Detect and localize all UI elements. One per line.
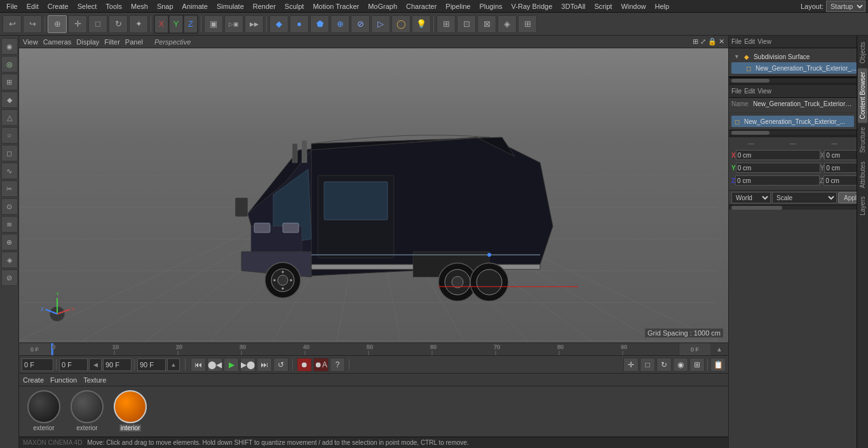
obj-item-truck[interactable]: ◻ New_Generation_Truck_Exterior_... [731, 62, 865, 74]
light-button[interactable]: 💡 [412, 15, 431, 33]
skip-to-start-button[interactable]: ⏮ [191, 358, 206, 372]
vp-menu-panel[interactable]: Panel [125, 38, 143, 46]
tab-attributes[interactable]: Attributes [858, 158, 867, 192]
scale-snap-button[interactable]: ⊠ [477, 15, 496, 33]
lt-spline[interactable]: ∿ [1, 163, 18, 179]
rotate-mode-button[interactable]: ↻ [656, 358, 672, 372]
tab-structure[interactable]: Structure [858, 123, 867, 157]
lt-mode7[interactable]: ◻ [1, 145, 18, 161]
timeline-expand[interactable]: ▲ [710, 343, 728, 356]
attr-scrollbar-h[interactable] [729, 130, 857, 135]
help-button[interactable]: ? [330, 358, 345, 372]
redo-button[interactable]: ↪ [23, 15, 42, 33]
menu-window[interactable]: Window [617, 1, 649, 11]
menu-file[interactable]: File [3, 1, 22, 11]
scale-select[interactable]: Scale [772, 192, 837, 203]
y-axis-button[interactable]: Y [169, 15, 183, 33]
lt-magnet[interactable]: ⊙ [1, 198, 18, 215]
start-frame-input[interactable] [59, 358, 88, 371]
menu-vray[interactable]: V-Ray Bridge [508, 1, 557, 11]
menu-plugins[interactable]: Plugins [475, 1, 506, 11]
mat-menu-function[interactable]: Function [50, 376, 77, 384]
menu-motion-tracker[interactable]: Motion Tracker [309, 1, 363, 11]
cube-button[interactable]: ◆ [269, 15, 288, 33]
lt-mode1[interactable]: ◉ [1, 38, 18, 55]
deformer-button[interactable]: ⊘ [351, 15, 370, 33]
material-swatch-3[interactable]: interior [111, 390, 150, 433]
obj-view-menu[interactable]: View [757, 38, 771, 45]
step-back-button[interactable]: ⬤◀ [207, 358, 222, 372]
record-button[interactable]: ⏺ [297, 358, 312, 372]
menu-edit[interactable]: Edit [23, 1, 43, 11]
menu-sculpt[interactable]: Sculpt [281, 1, 308, 11]
menu-create[interactable]: Create [44, 1, 72, 11]
tab-content-browser[interactable]: Content Browser [858, 68, 867, 123]
lt-mode3[interactable]: ⊞ [1, 74, 18, 90]
skip-to-end-button[interactable]: ⏭ [257, 358, 272, 372]
attr-view-menu[interactable]: View [757, 88, 771, 95]
material-swatch-1[interactable]: exterior [24, 390, 64, 433]
move-tool-button[interactable]: ✛ [68, 15, 87, 33]
step-fwd-button[interactable]: ▶⬤ [240, 358, 255, 372]
menu-animate[interactable]: Animate [179, 1, 212, 11]
attr-obj-item[interactable]: ◻ New_Generation_Truck_Exterior_... [731, 116, 854, 127]
vp-menu-cameras[interactable]: Cameras [43, 38, 72, 46]
menu-select[interactable]: Select [74, 1, 101, 11]
coord-scrollbar-h[interactable] [729, 205, 857, 210]
lt-smooth[interactable]: ≋ [1, 216, 18, 233]
menu-help[interactable]: Help [651, 1, 674, 11]
lt-mode4[interactable]: ◆ [1, 92, 18, 108]
lt-mode2[interactable]: ◎ [1, 56, 18, 72]
viewport[interactable]: Y X Z Grid Spacing : 1000 cm [19, 48, 728, 343]
timeline-toggle-button[interactable]: 📋 [710, 358, 726, 372]
vp-icon-arrows[interactable]: ⤢ [700, 37, 706, 46]
obj-edit-menu[interactable]: Edit [744, 38, 755, 45]
menu-3dtoall[interactable]: 3DToAll [557, 1, 589, 11]
tab-objects[interactable]: Objects [858, 38, 867, 67]
menu-tools[interactable]: Tools [102, 1, 126, 11]
end-frame-input2[interactable] [137, 358, 166, 371]
menu-character[interactable]: Character [402, 1, 440, 11]
mat-menu-texture[interactable]: Texture [83, 376, 106, 384]
timeline-current-frame[interactable]: 0 F [679, 343, 710, 356]
transform-tool-button[interactable]: ✦ [129, 15, 148, 33]
vp-icon-close[interactable]: ✕ [719, 37, 724, 46]
attr-file-menu[interactable]: File [731, 88, 742, 95]
keyframe-button[interactable]: ◉ [673, 358, 688, 372]
vp-menu-display[interactable]: Display [76, 38, 99, 46]
undo-button[interactable]: ↩ [3, 15, 22, 33]
lt-mode6[interactable]: ○ [1, 127, 18, 144]
vp-menu-filter[interactable]: Filter [104, 38, 119, 46]
world-select[interactable]: World Object Camera [731, 192, 771, 203]
render-frame-button[interactable]: ▷▣ [224, 15, 243, 33]
move-snap-button[interactable]: ⊞ [437, 15, 456, 33]
vp-icon-lock[interactable]: 🔒 [708, 37, 717, 46]
lt-brush[interactable]: ⊕ [1, 234, 18, 250]
lt-extra1[interactable]: ◈ [1, 252, 18, 268]
grid-button[interactable]: ⊞ [518, 15, 537, 33]
grid-mode-button[interactable]: ⊞ [689, 358, 705, 372]
obj-expand-arrow[interactable]: ▼ [734, 53, 740, 60]
scale-mode-button[interactable]: □ [640, 358, 655, 372]
rotate-tool-button[interactable]: ↻ [109, 15, 128, 33]
render-region-button[interactable]: ▣ [204, 15, 223, 33]
layout-select[interactable]: Startup [826, 1, 865, 12]
sphere-button[interactable]: ● [290, 15, 309, 33]
z-axis-button[interactable]: Z [184, 15, 198, 33]
menu-mesh[interactable]: Mesh [127, 1, 152, 11]
menu-render[interactable]: Render [249, 1, 280, 11]
timeline-ruler[interactable]: 0 F 0 10 20 30 [19, 343, 728, 355]
lt-knife[interactable]: ✂ [1, 180, 18, 197]
end-frame-input[interactable] [103, 358, 132, 371]
play-button[interactable]: ▶ [224, 358, 239, 372]
coord-z-input[interactable] [735, 175, 820, 186]
menu-script[interactable]: Script [590, 1, 616, 11]
menu-simulate[interactable]: Simulate [213, 1, 248, 11]
scene-button[interactable]: ▷ [371, 15, 390, 33]
loop-button[interactable]: ↺ [273, 358, 288, 372]
camera-button[interactable]: ◯ [391, 15, 410, 33]
record-snap-button[interactable]: ◈ [498, 15, 517, 33]
timeline-track[interactable]: 0 10 20 30 40 50 60 70 [51, 343, 679, 356]
menu-mograph[interactable]: MoGraph [364, 1, 401, 11]
vp-icon-expand[interactable]: ⊞ [693, 37, 698, 46]
